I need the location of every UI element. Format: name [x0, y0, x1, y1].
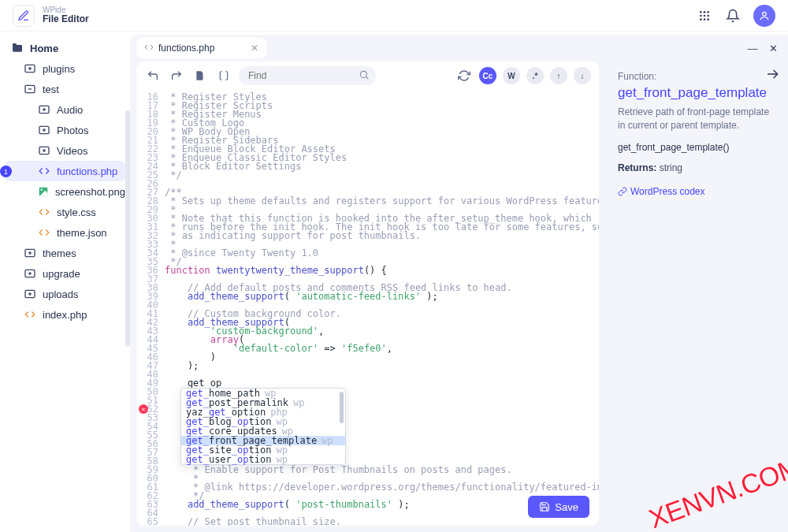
returns-type: string — [660, 162, 682, 173]
code-icon — [38, 206, 50, 218]
sidebar-item-themes[interactable]: themes — [5, 243, 125, 263]
folder-plus-icon — [24, 62, 36, 75]
find-input[interactable] — [239, 66, 376, 85]
folder-plus-icon — [38, 103, 50, 116]
sidebar-item-uploads[interactable]: uploads — [5, 284, 125, 304]
sidebar: Home pluginstestAudioPhotosVideos1functi… — [0, 32, 130, 532]
close-window-icon[interactable]: ✕ — [764, 39, 782, 57]
edit-icon — [17, 9, 30, 22]
sidebar-item-label: test — [43, 84, 59, 95]
file-icon[interactable] — [191, 67, 209, 84]
case-toggle[interactable]: Cc — [479, 67, 496, 84]
word-toggle[interactable]: W — [503, 67, 520, 84]
undo-icon[interactable] — [144, 67, 162, 84]
folder-minus-icon — [24, 83, 36, 95]
app-header: WPide File Editor — [0, 0, 788, 32]
goto-icon[interactable] — [764, 66, 780, 84]
returns-label: Returns: — [618, 162, 656, 173]
avatar[interactable] — [753, 5, 775, 27]
sidebar-item-label: theme.json — [57, 227, 107, 239]
sidebar-item-plugins[interactable]: plugins — [5, 58, 125, 79]
sidebar-scrollbar[interactable] — [125, 110, 130, 347]
sidebar-item-style-css[interactable]: style.css — [5, 202, 125, 222]
code-icon — [38, 226, 50, 239]
header-left: WPide File Editor — [13, 5, 89, 27]
tab-functions-php[interactable]: functions.php ✕ — [136, 38, 266, 58]
sidebar-item-label: plugins — [43, 63, 75, 75]
sidebar-item-label: index.php — [43, 309, 87, 321]
svg-point-5 — [707, 14, 709, 17]
save-button[interactable]: Save — [528, 496, 589, 518]
brackets-icon[interactable] — [215, 67, 232, 84]
find-prev[interactable]: ↑ — [550, 67, 567, 84]
app-logo — [13, 5, 35, 27]
redo-icon[interactable] — [168, 67, 185, 84]
svg-point-1 — [704, 11, 706, 13]
codex-link[interactable]: WordPress codex — [618, 186, 775, 197]
folder-plus-icon — [38, 124, 50, 136]
code-editor[interactable]: 1617181920212223242526272829303132333435… — [136, 90, 599, 526]
sidebar-item-Photos[interactable]: Photos — [5, 120, 125, 140]
sidebar-item-index-php[interactable]: index.php — [5, 304, 125, 325]
sidebar-item-Videos[interactable]: Videos — [5, 140, 125, 161]
sidebar-item-functions-php[interactable]: 1functions.php — [5, 161, 125, 181]
svg-point-25 — [41, 189, 43, 191]
sidebar-item-upgrade[interactable]: upgrade — [5, 263, 125, 284]
sidebar-item-label: uploads — [43, 288, 79, 300]
autocomplete-scrollbar[interactable] — [340, 392, 344, 423]
doc-signature: get_front_page_template() — [618, 142, 775, 153]
svg-point-0 — [700, 11, 702, 13]
find-next[interactable]: ↓ — [574, 67, 591, 84]
sidebar-item-label: upgrade — [43, 268, 80, 280]
header-right — [697, 5, 775, 27]
folder-plus-icon — [24, 267, 36, 280]
sidebar-home-label: Home — [30, 43, 58, 54]
code-icon — [24, 308, 36, 321]
code-icon — [144, 43, 154, 54]
sidebar-item-label: functions.php — [57, 166, 117, 177]
doc-panel: Function: get_front_page_template Retrie… — [605, 61, 788, 532]
sidebar-item-label: Videos — [57, 145, 88, 157]
sidebar-item-label: Audio — [57, 104, 83, 116]
editor-pane: Cc W .* ↑ ↓ 1617181920212223242526272829… — [136, 61, 599, 526]
sidebar-item-screenshot-png[interactable]: screenshot.png — [5, 181, 125, 202]
refresh-icon[interactable] — [455, 67, 473, 84]
autocomplete-popup[interactable]: get_home_pathwpget_post_permalinkwpyaz_g… — [180, 388, 346, 465]
sidebar-item-theme-json[interactable]: theme.json — [5, 222, 125, 243]
folder-plus-icon — [24, 247, 36, 259]
svg-point-6 — [700, 18, 702, 20]
folder-plus-icon — [38, 144, 50, 157]
autocomplete-item[interactable]: get_user_optionwp — [181, 455, 345, 464]
svg-point-7 — [704, 18, 706, 20]
code-icon — [38, 165, 50, 177]
svg-point-9 — [763, 12, 767, 16]
svg-point-2 — [707, 11, 709, 13]
close-icon[interactable]: ✕ — [251, 43, 258, 54]
doc-label: Function: — [618, 71, 775, 82]
save-label: Save — [555, 501, 578, 513]
doc-description: Retrieve path of front-page template in … — [618, 106, 775, 132]
svg-point-3 — [700, 14, 702, 17]
save-icon — [539, 501, 550, 512]
image-icon — [38, 185, 49, 198]
minimize-icon[interactable]: — — [744, 39, 761, 57]
sidebar-home[interactable]: Home — [5, 38, 125, 58]
sidebar-item-label: themes — [43, 247, 76, 259]
link-icon — [618, 187, 627, 196]
regex-toggle[interactable]: .* — [526, 67, 544, 84]
app-meta: WPide File Editor — [43, 6, 89, 24]
editor-toolbar: Cc W .* ↑ ↓ — [136, 61, 599, 90]
sidebar-item-test[interactable]: test — [5, 79, 125, 99]
sidebar-item-Audio[interactable]: Audio — [5, 99, 125, 120]
folder-plus-icon — [24, 288, 36, 300]
bell-icon[interactable] — [725, 8, 741, 24]
main-area: functions.php ✕ — ✕ — [130, 35, 788, 532]
doc-title: get_front_page_template — [618, 85, 775, 101]
badge: 1 — [0, 166, 12, 177]
apps-icon[interactable] — [697, 8, 712, 24]
sidebar-item-label: screenshot.png — [55, 186, 125, 198]
sidebar-item-label: Photos — [57, 125, 88, 136]
tab-label: functions.php — [158, 43, 214, 54]
svg-point-4 — [704, 14, 706, 17]
doc-returns: Returns: string — [618, 162, 775, 173]
